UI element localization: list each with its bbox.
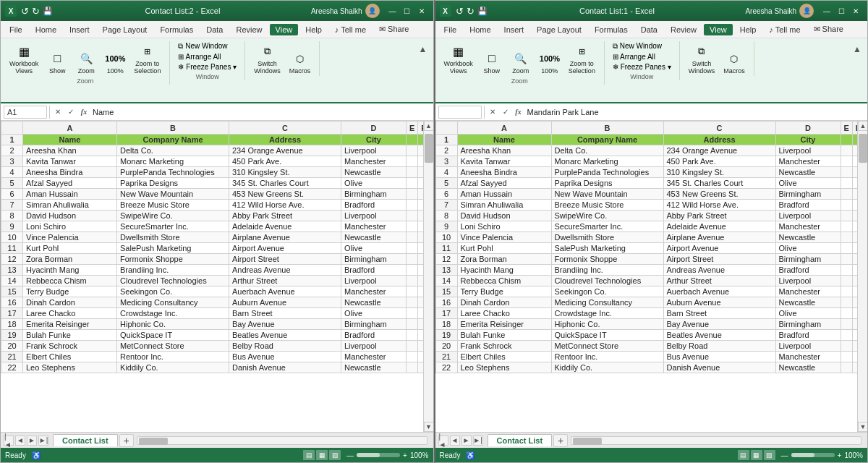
- cell-empty[interactable]: [407, 276, 418, 286]
- cell-empty[interactable]: [418, 265, 423, 276]
- normal-view-button[interactable]: ▤: [303, 450, 315, 460]
- cell-empty[interactable]: [852, 243, 857, 254]
- cell[interactable]: Zora Borman: [457, 254, 551, 265]
- add-sheet-button[interactable]: +: [553, 434, 568, 447]
- col-header-B[interactable]: B: [551, 122, 663, 135]
- cell[interactable]: Liverpool: [341, 145, 407, 156]
- cell[interactable]: Bradford: [775, 265, 841, 276]
- cell[interactable]: Frank Schrock: [457, 341, 551, 352]
- cell[interactable]: 234 Orange Avenue: [229, 145, 341, 156]
- header-cell-extra-5[interactable]: [418, 135, 423, 145]
- cell[interactable]: Dwellsmith Store: [117, 232, 229, 243]
- cell-empty[interactable]: [852, 211, 857, 221]
- cell-empty[interactable]: [418, 276, 423, 286]
- col-header-D[interactable]: D: [341, 122, 407, 135]
- cell-empty[interactable]: [841, 330, 852, 341]
- zoom-out-button[interactable]: —: [346, 451, 354, 459]
- cell-reference-input[interactable]: [4, 106, 47, 119]
- col-header-F[interactable]: F: [852, 122, 857, 135]
- cell[interactable]: Kiddily Co.: [117, 362, 229, 373]
- cell-empty[interactable]: [418, 145, 423, 156]
- page-layout-view-button[interactable]: ▦: [751, 450, 762, 460]
- cell[interactable]: Birmingham: [775, 254, 841, 265]
- cell[interactable]: 412 Wild Horse Ave.: [663, 200, 775, 211]
- save-icon[interactable]: 💾: [476, 7, 489, 16]
- cell-empty[interactable]: [407, 221, 418, 232]
- cell[interactable]: Manchester: [775, 286, 841, 297]
- switch-windows-button[interactable]: ⧉ SwitchWindows: [686, 41, 718, 76]
- cell-empty[interactable]: [852, 308, 857, 319]
- scroll-thumb[interactable]: [425, 134, 433, 163]
- tab-scroll-right-button[interactable]: ►|: [38, 436, 48, 446]
- cell[interactable]: Afzal Sayyed: [457, 178, 551, 189]
- cell-empty[interactable]: [852, 178, 857, 189]
- cell[interactable]: Manchester: [775, 352, 841, 362]
- cell-empty[interactable]: [407, 243, 418, 254]
- normal-view-button[interactable]: ▤: [738, 450, 749, 460]
- page-layout-view-button[interactable]: ▦: [316, 450, 328, 460]
- cell-empty[interactable]: [418, 308, 423, 319]
- tab-scroll-prev-button[interactable]: ◄: [15, 436, 25, 446]
- cell-empty[interactable]: [418, 330, 423, 341]
- cell[interactable]: Newcastle: [775, 362, 841, 373]
- tab-scroll-left-button[interactable]: |◄: [4, 436, 14, 446]
- confirm-formula-icon[interactable]: ✓: [65, 106, 77, 118]
- cell[interactable]: Crowdstage Inc.: [551, 308, 663, 319]
- cell-empty[interactable]: [841, 265, 852, 276]
- zoom-in-button[interactable]: +: [838, 451, 842, 459]
- cell[interactable]: Leo Stephens: [457, 362, 551, 373]
- cell[interactable]: Abby Park Street: [229, 211, 341, 221]
- cell[interactable]: Hiphonic Co.: [117, 319, 229, 330]
- cell-empty[interactable]: [407, 167, 418, 178]
- cell[interactable]: Monarc Marketing: [551, 156, 663, 167]
- confirm-formula-icon[interactable]: ✓: [500, 106, 511, 118]
- cell[interactable]: Afzal Sayyed: [23, 178, 117, 189]
- header-cell-company-name[interactable]: Company Name: [117, 135, 229, 145]
- cell[interactable]: PurplePanda Technologies: [551, 167, 663, 178]
- cell-empty[interactable]: [841, 286, 852, 297]
- cell[interactable]: QuickSpace IT: [551, 330, 663, 341]
- cell[interactable]: Manchester: [341, 352, 407, 362]
- cell[interactable]: Auburn Avenue: [229, 297, 341, 308]
- insert-function-icon[interactable]: fx: [513, 106, 524, 118]
- ribbon-collapse-icon[interactable]: ▲: [419, 44, 427, 54]
- header-cell-city[interactable]: City: [775, 135, 841, 145]
- cell-empty[interactable]: [841, 221, 852, 232]
- sheet-scroll-area[interactable]: ABCDEFG1NameCompany NameAddressCity2Aree…: [435, 121, 858, 432]
- cell[interactable]: SalePush Marketing: [551, 243, 663, 254]
- cell[interactable]: Liverpool: [341, 211, 407, 221]
- cell[interactable]: Elbert Chiles: [457, 352, 551, 362]
- sheet-tab[interactable]: Contact List: [488, 434, 553, 446]
- page-break-view-button[interactable]: ▨: [764, 450, 775, 460]
- col-header-C[interactable]: C: [663, 122, 775, 135]
- cell[interactable]: Auerbach Avenue: [663, 286, 775, 297]
- cell[interactable]: Olive: [775, 308, 841, 319]
- cell[interactable]: Adelaide Avenue: [229, 221, 341, 232]
- cell-empty[interactable]: [852, 156, 857, 167]
- cell[interactable]: David Hudson: [457, 211, 551, 221]
- close-button[interactable]: ✕: [848, 4, 863, 17]
- cell[interactable]: Monarc Marketing: [117, 156, 229, 167]
- cell[interactable]: Birmingham: [341, 254, 407, 265]
- cell[interactable]: Airport Avenue: [663, 243, 775, 254]
- cell[interactable]: Liverpool: [341, 341, 407, 352]
- cell-empty[interactable]: [841, 200, 852, 211]
- macros-button[interactable]: ⬡ Macros: [720, 48, 748, 76]
- cell[interactable]: Birmingham: [775, 189, 841, 200]
- cell[interactable]: Manchester: [341, 156, 407, 167]
- menu-item-view[interactable]: View: [270, 24, 299, 35]
- tab-scroll-prev-button[interactable]: ◄: [450, 436, 460, 446]
- switch-windows-button[interactable]: ⧉ SwitchWindows: [251, 41, 284, 76]
- cell-empty[interactable]: [852, 221, 857, 232]
- scroll-down-button[interactable]: ▼: [424, 422, 433, 432]
- cell[interactable]: Liverpool: [775, 211, 841, 221]
- arrange-all-button[interactable]: ⊞ Arrange All: [610, 52, 673, 61]
- cell-empty[interactable]: [418, 286, 423, 297]
- cell[interactable]: Bradford: [775, 200, 841, 211]
- add-sheet-button[interactable]: +: [119, 434, 134, 447]
- scroll-track[interactable]: [424, 131, 433, 422]
- cell[interactable]: Airplane Avenue: [229, 232, 341, 243]
- cell-empty[interactable]: [418, 189, 423, 200]
- cell-empty[interactable]: [852, 286, 857, 297]
- cell[interactable]: Kiddily Co.: [551, 362, 663, 373]
